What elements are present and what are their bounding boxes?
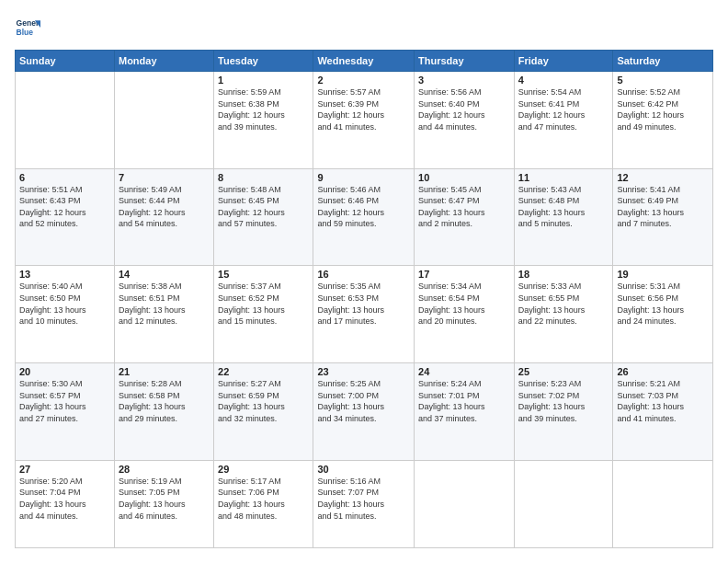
day-number: 20 bbox=[19, 366, 110, 377]
calendar-table: SundayMondayTuesdayWednesdayThursdayFrid… bbox=[15, 50, 713, 548]
day-number: 6 bbox=[19, 172, 110, 183]
calendar-cell: 12Sunrise: 5:41 AM Sunset: 6:49 PM Dayli… bbox=[613, 168, 713, 266]
day-number: 9 bbox=[317, 172, 410, 183]
calendar-header-tuesday: Tuesday bbox=[214, 51, 313, 72]
day-detail: Sunrise: 5:40 AM Sunset: 6:50 PM Dayligh… bbox=[19, 281, 110, 327]
day-detail: Sunrise: 5:21 AM Sunset: 7:03 PM Dayligh… bbox=[617, 378, 709, 424]
calendar-cell: 26Sunrise: 5:21 AM Sunset: 7:03 PM Dayli… bbox=[613, 363, 713, 461]
day-number: 12 bbox=[617, 172, 709, 183]
logo: General Blue bbox=[15, 15, 44, 40]
day-detail: Sunrise: 5:19 AM Sunset: 7:05 PM Dayligh… bbox=[119, 476, 210, 522]
calendar-cell: 20Sunrise: 5:30 AM Sunset: 6:57 PM Dayli… bbox=[16, 363, 115, 461]
day-detail: Sunrise: 5:35 AM Sunset: 6:53 PM Dayligh… bbox=[317, 281, 410, 327]
day-number: 8 bbox=[218, 172, 309, 183]
calendar-cell: 8Sunrise: 5:48 AM Sunset: 6:45 PM Daylig… bbox=[214, 168, 313, 266]
day-number: 13 bbox=[19, 269, 110, 280]
calendar-cell bbox=[16, 72, 115, 169]
calendar-cell bbox=[415, 460, 515, 547]
day-detail: Sunrise: 5:25 AM Sunset: 7:00 PM Dayligh… bbox=[317, 378, 410, 424]
calendar-week-1: 1Sunrise: 5:59 AM Sunset: 6:38 PM Daylig… bbox=[16, 72, 713, 169]
calendar-cell: 29Sunrise: 5:17 AM Sunset: 7:06 PM Dayli… bbox=[214, 460, 313, 547]
day-detail: Sunrise: 5:57 AM Sunset: 6:39 PM Dayligh… bbox=[317, 86, 410, 132]
day-detail: Sunrise: 5:37 AM Sunset: 6:52 PM Dayligh… bbox=[218, 281, 309, 327]
day-detail: Sunrise: 5:43 AM Sunset: 6:48 PM Dayligh… bbox=[518, 184, 609, 230]
calendar-cell: 24Sunrise: 5:24 AM Sunset: 7:01 PM Dayli… bbox=[415, 363, 515, 461]
day-number: 5 bbox=[617, 75, 709, 86]
day-number: 28 bbox=[119, 464, 210, 475]
day-detail: Sunrise: 5:34 AM Sunset: 6:54 PM Dayligh… bbox=[418, 281, 510, 327]
header: General Blue bbox=[15, 15, 713, 40]
day-detail: Sunrise: 5:33 AM Sunset: 6:55 PM Dayligh… bbox=[518, 281, 609, 327]
day-detail: Sunrise: 5:49 AM Sunset: 6:44 PM Dayligh… bbox=[119, 184, 210, 230]
day-number: 16 bbox=[317, 269, 410, 280]
calendar-cell: 5Sunrise: 5:52 AM Sunset: 6:42 PM Daylig… bbox=[613, 72, 713, 169]
calendar-header-row: SundayMondayTuesdayWednesdayThursdayFrid… bbox=[16, 51, 713, 72]
day-detail: Sunrise: 5:56 AM Sunset: 6:40 PM Dayligh… bbox=[418, 86, 510, 132]
calendar-header-wednesday: Wednesday bbox=[313, 51, 415, 72]
day-number: 24 bbox=[418, 366, 510, 377]
calendar-cell: 16Sunrise: 5:35 AM Sunset: 6:53 PM Dayli… bbox=[313, 266, 415, 363]
calendar-cell: 22Sunrise: 5:27 AM Sunset: 6:59 PM Dayli… bbox=[214, 363, 313, 461]
calendar-header-sunday: Sunday bbox=[16, 51, 115, 72]
day-number: 25 bbox=[518, 366, 609, 377]
calendar-cell: 1Sunrise: 5:59 AM Sunset: 6:38 PM Daylig… bbox=[214, 72, 313, 169]
calendar-cell: 19Sunrise: 5:31 AM Sunset: 6:56 PM Dayli… bbox=[613, 266, 713, 363]
calendar-cell: 30Sunrise: 5:16 AM Sunset: 7:07 PM Dayli… bbox=[313, 460, 415, 547]
day-detail: Sunrise: 5:16 AM Sunset: 7:07 PM Dayligh… bbox=[317, 476, 410, 522]
day-number: 11 bbox=[518, 172, 609, 183]
day-number: 1 bbox=[218, 75, 309, 86]
day-detail: Sunrise: 5:46 AM Sunset: 6:46 PM Dayligh… bbox=[317, 184, 410, 230]
day-number: 19 bbox=[617, 269, 709, 280]
day-number: 27 bbox=[19, 464, 110, 475]
calendar-cell: 2Sunrise: 5:57 AM Sunset: 6:39 PM Daylig… bbox=[313, 72, 415, 169]
calendar-week-5: 27Sunrise: 5:20 AM Sunset: 7:04 PM Dayli… bbox=[16, 460, 713, 547]
day-detail: Sunrise: 5:51 AM Sunset: 6:43 PM Dayligh… bbox=[19, 184, 110, 230]
calendar-cell: 18Sunrise: 5:33 AM Sunset: 6:55 PM Dayli… bbox=[514, 266, 613, 363]
calendar-cell: 13Sunrise: 5:40 AM Sunset: 6:50 PM Dayli… bbox=[16, 266, 115, 363]
calendar-cell: 14Sunrise: 5:38 AM Sunset: 6:51 PM Dayli… bbox=[114, 266, 213, 363]
calendar-week-2: 6Sunrise: 5:51 AM Sunset: 6:43 PM Daylig… bbox=[16, 168, 713, 266]
calendar-header-monday: Monday bbox=[114, 51, 213, 72]
calendar-cell: 17Sunrise: 5:34 AM Sunset: 6:54 PM Dayli… bbox=[415, 266, 515, 363]
calendar-cell: 3Sunrise: 5:56 AM Sunset: 6:40 PM Daylig… bbox=[415, 72, 515, 169]
calendar-cell bbox=[514, 460, 613, 547]
day-number: 18 bbox=[518, 269, 609, 280]
calendar-cell: 23Sunrise: 5:25 AM Sunset: 7:00 PM Dayli… bbox=[313, 363, 415, 461]
logo-icon: General Blue bbox=[15, 15, 40, 40]
calendar-cell: 4Sunrise: 5:54 AM Sunset: 6:41 PM Daylig… bbox=[514, 72, 613, 169]
calendar-cell bbox=[114, 72, 213, 169]
day-number: 29 bbox=[218, 464, 309, 475]
calendar-cell bbox=[613, 460, 713, 547]
calendar-cell: 28Sunrise: 5:19 AM Sunset: 7:05 PM Dayli… bbox=[114, 460, 213, 547]
day-detail: Sunrise: 5:23 AM Sunset: 7:02 PM Dayligh… bbox=[518, 378, 609, 424]
calendar-cell: 25Sunrise: 5:23 AM Sunset: 7:02 PM Dayli… bbox=[514, 363, 613, 461]
day-detail: Sunrise: 5:38 AM Sunset: 6:51 PM Dayligh… bbox=[119, 281, 210, 327]
day-detail: Sunrise: 5:54 AM Sunset: 6:41 PM Dayligh… bbox=[518, 86, 609, 132]
day-detail: Sunrise: 5:52 AM Sunset: 6:42 PM Dayligh… bbox=[617, 86, 709, 132]
calendar-header-friday: Friday bbox=[514, 51, 613, 72]
day-detail: Sunrise: 5:41 AM Sunset: 6:49 PM Dayligh… bbox=[617, 184, 709, 230]
calendar-week-4: 20Sunrise: 5:30 AM Sunset: 6:57 PM Dayli… bbox=[16, 363, 713, 461]
day-number: 23 bbox=[317, 366, 410, 377]
day-detail: Sunrise: 5:20 AM Sunset: 7:04 PM Dayligh… bbox=[19, 476, 110, 522]
day-detail: Sunrise: 5:48 AM Sunset: 6:45 PM Dayligh… bbox=[218, 184, 309, 230]
day-detail: Sunrise: 5:30 AM Sunset: 6:57 PM Dayligh… bbox=[19, 378, 110, 424]
day-detail: Sunrise: 5:59 AM Sunset: 6:38 PM Dayligh… bbox=[218, 86, 309, 132]
calendar-cell: 9Sunrise: 5:46 AM Sunset: 6:46 PM Daylig… bbox=[313, 168, 415, 266]
day-detail: Sunrise: 5:24 AM Sunset: 7:01 PM Dayligh… bbox=[418, 378, 510, 424]
day-number: 14 bbox=[119, 269, 210, 280]
calendar-cell: 27Sunrise: 5:20 AM Sunset: 7:04 PM Dayli… bbox=[16, 460, 115, 547]
calendar-cell: 7Sunrise: 5:49 AM Sunset: 6:44 PM Daylig… bbox=[114, 168, 213, 266]
day-number: 26 bbox=[617, 366, 709, 377]
day-number: 2 bbox=[317, 75, 410, 86]
calendar-header-thursday: Thursday bbox=[415, 51, 515, 72]
day-number: 22 bbox=[218, 366, 309, 377]
calendar-cell: 15Sunrise: 5:37 AM Sunset: 6:52 PM Dayli… bbox=[214, 266, 313, 363]
day-detail: Sunrise: 5:28 AM Sunset: 6:58 PM Dayligh… bbox=[119, 378, 210, 424]
day-detail: Sunrise: 5:31 AM Sunset: 6:56 PM Dayligh… bbox=[617, 281, 709, 327]
day-number: 21 bbox=[119, 366, 210, 377]
day-detail: Sunrise: 5:27 AM Sunset: 6:59 PM Dayligh… bbox=[218, 378, 309, 424]
svg-text:General: General bbox=[17, 18, 40, 28]
day-number: 10 bbox=[418, 172, 510, 183]
day-detail: Sunrise: 5:17 AM Sunset: 7:06 PM Dayligh… bbox=[218, 476, 309, 522]
